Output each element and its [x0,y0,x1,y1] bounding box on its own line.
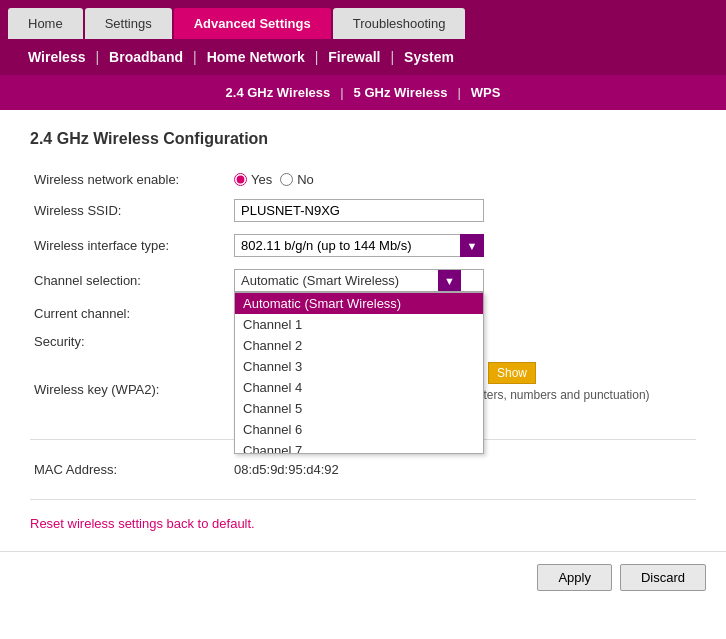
channel-dropdown-list: Automatic (Smart Wireless)Channel 1Chann… [234,292,484,454]
tab-advanced-settings[interactable]: Advanced Settings [174,8,331,39]
key-show-button[interactable]: Show [488,362,536,384]
radio-no[interactable] [280,173,293,186]
reset-link[interactable]: Reset wireless settings back to default. [30,516,255,531]
radio-yes-label[interactable]: Yes [234,172,272,187]
mac-table: MAC Address: 08:d5:9d:95:d4:92 [30,456,696,483]
config-form: Wireless network enable: Yes No [30,166,696,423]
apply-button[interactable]: Apply [537,564,612,591]
channel-option-1[interactable]: Channel 1 [235,314,483,335]
subnav-wireless[interactable]: Wireless [20,49,93,65]
radio-no-label[interactable]: No [280,172,314,187]
tab-home[interactable]: Home [8,8,83,39]
wireless-enable-radio-group: Yes No [234,172,692,187]
subnav-broadband[interactable]: Broadband [101,49,191,65]
section-title: 2.4 GHz Wireless Configuration [30,130,696,148]
channel-option-2[interactable]: Channel 2 [235,335,483,356]
subnav-firewall[interactable]: Firewall [320,49,388,65]
subnav-system[interactable]: System [396,49,462,65]
tab-settings[interactable]: Settings [85,8,172,39]
channel-option-7[interactable]: Channel 7 [235,440,483,453]
sep1: | [93,49,101,65]
top-nav: Home Settings Advanced Settings Troubles… [0,0,726,39]
channel-dropdown-list-inner[interactable]: Automatic (Smart Wireless)Channel 1Chann… [235,293,483,453]
interface-label: Wireless interface type: [30,228,230,263]
channel-dropdown-trigger[interactable]: Automatic (Smart Wireless) ▼ [234,269,484,292]
key-label: Wireless key (WPA2): [30,355,230,423]
radio-yes[interactable] [234,173,247,186]
channel-option-0[interactable]: Automatic (Smart Wireless) [235,293,483,314]
channel-option-6[interactable]: Channel 6 [235,419,483,440]
mac-value: 08:d5:9d:95:d4:92 [230,456,696,483]
row-channel-selection: Channel selection: Automatic (Smart Wire… [30,263,696,298]
channel-option-4[interactable]: Channel 4 [235,377,483,398]
row-ssid: Wireless SSID: [30,193,696,228]
subnav-5ghz[interactable]: 5 GHz Wireless [344,83,458,102]
sub-nav: Wireless | Broadband | Home Network | Fi… [0,39,726,75]
sub-sub-nav: 2.4 GHz Wireless | 5 GHz Wireless | WPS [0,75,726,110]
subnav-home-network[interactable]: Home Network [199,49,313,65]
mac-label: MAC Address: [30,456,230,483]
channel-label: Channel selection: [30,263,230,298]
ssid-input[interactable] [234,199,484,222]
tab-troubleshooting[interactable]: Troubleshooting [333,8,466,39]
channel-dropdown-arrow-icon: ▼ [438,270,461,291]
channel-dropdown-wrapper: Automatic (Smart Wireless) ▼ Automatic (… [234,269,484,292]
subnav-wps[interactable]: WPS [461,83,511,102]
bottom-bar: Apply Discard [0,551,726,603]
interface-select[interactable]: 802.11 b/g/n (up to 144 Mb/s) [234,234,484,257]
sep3: | [313,49,321,65]
row-wireless-enable: Wireless network enable: Yes No [30,166,696,193]
discard-button[interactable]: Discard [620,564,706,591]
channel-option-5[interactable]: Channel 5 [235,398,483,419]
current-channel-label: Current channel: [30,298,230,328]
wireless-enable-label: Wireless network enable: [30,166,230,193]
content-area: 2.4 GHz Wireless Configuration Wireless … [0,110,726,551]
row-mac: MAC Address: 08:d5:9d:95:d4:92 [30,456,696,483]
security-label: Security: [30,328,230,355]
divider2 [30,499,696,500]
subnav-24ghz[interactable]: 2.4 GHz Wireless [216,83,341,102]
sep2: | [191,49,199,65]
sep4: | [388,49,396,65]
ssid-label: Wireless SSID: [30,193,230,228]
channel-option-3[interactable]: Channel 3 [235,356,483,377]
row-interface: Wireless interface type: 802.11 b/g/n (u… [30,228,696,263]
interface-select-wrapper: 802.11 b/g/n (up to 144 Mb/s) ▼ [234,234,484,257]
